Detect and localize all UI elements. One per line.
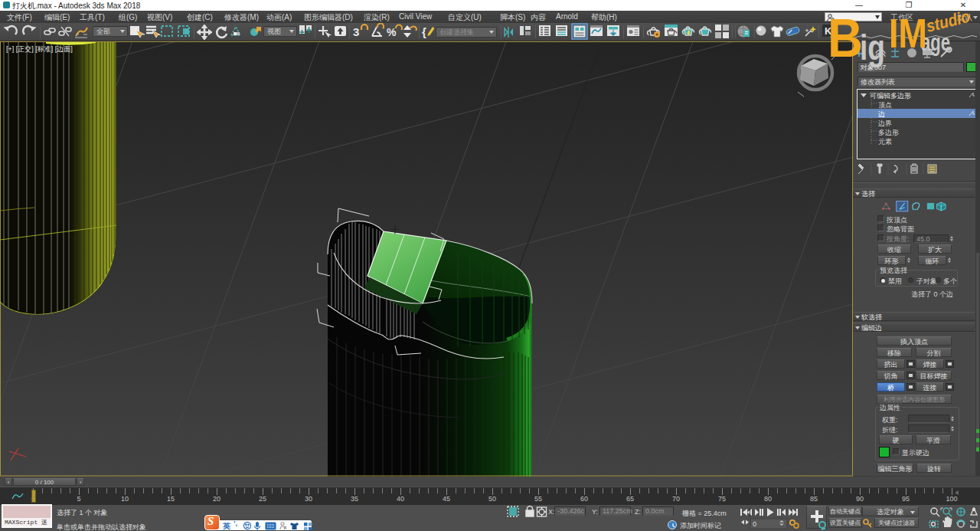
svg-text:[+] [正交] [标准] [边面]: [+] [正交] [标准] [边面] — [6, 45, 73, 53]
svg-text:{: { — [422, 25, 426, 38]
svg-text:IM: IM — [889, 10, 927, 56]
svg-text:ig: ig — [860, 28, 885, 67]
svg-text:3: 3 — [353, 25, 359, 38]
svg-text:0: 0 — [753, 520, 756, 528]
svg-text:B: B — [828, 8, 863, 68]
